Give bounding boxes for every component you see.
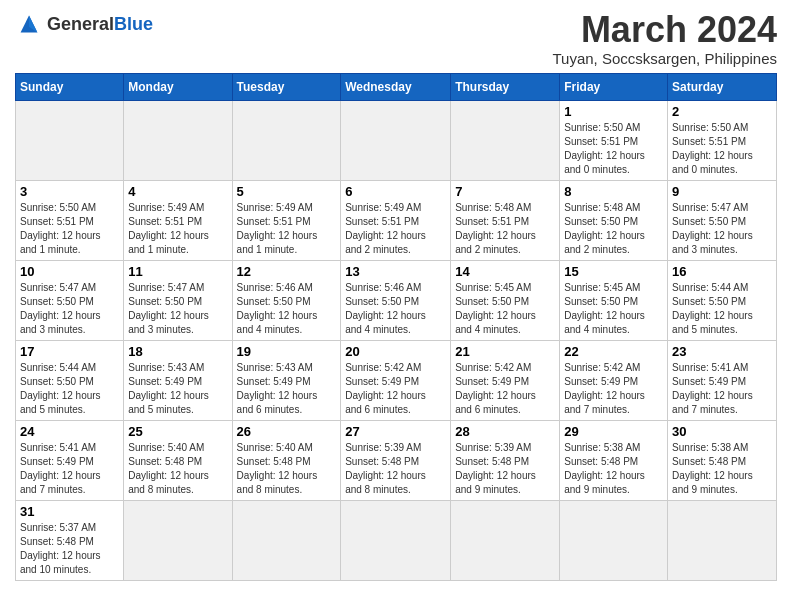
calendar-day-cell: 27Sunrise: 5:39 AM Sunset: 5:48 PM Dayli… (341, 420, 451, 500)
calendar-day-cell: 15Sunrise: 5:45 AM Sunset: 5:50 PM Dayli… (560, 260, 668, 340)
title-area: March 2024 Tuyan, Soccsksargen, Philippi… (552, 10, 777, 67)
calendar-day-cell (124, 500, 232, 580)
day-info: Sunrise: 5:43 AM Sunset: 5:49 PM Dayligh… (128, 361, 227, 417)
day-number: 31 (20, 504, 119, 519)
calendar-header-tuesday: Tuesday (232, 73, 341, 100)
day-number: 2 (672, 104, 772, 119)
day-info: Sunrise: 5:41 AM Sunset: 5:49 PM Dayligh… (672, 361, 772, 417)
calendar-day-cell: 4Sunrise: 5:49 AM Sunset: 5:51 PM Daylig… (124, 180, 232, 260)
logo: GeneralBlue (15, 10, 153, 38)
logo-text: GeneralBlue (47, 15, 153, 33)
calendar-day-cell (232, 100, 341, 180)
day-info: Sunrise: 5:39 AM Sunset: 5:48 PM Dayligh… (455, 441, 555, 497)
day-number: 28 (455, 424, 555, 439)
day-info: Sunrise: 5:50 AM Sunset: 5:51 PM Dayligh… (564, 121, 663, 177)
day-number: 29 (564, 424, 663, 439)
calendar-day-cell: 16Sunrise: 5:44 AM Sunset: 5:50 PM Dayli… (668, 260, 777, 340)
day-number: 12 (237, 264, 337, 279)
day-number: 13 (345, 264, 446, 279)
day-number: 8 (564, 184, 663, 199)
day-number: 23 (672, 344, 772, 359)
day-info: Sunrise: 5:38 AM Sunset: 5:48 PM Dayligh… (564, 441, 663, 497)
calendar-day-cell: 30Sunrise: 5:38 AM Sunset: 5:48 PM Dayli… (668, 420, 777, 500)
day-info: Sunrise: 5:46 AM Sunset: 5:50 PM Dayligh… (237, 281, 337, 337)
day-number: 6 (345, 184, 446, 199)
calendar-day-cell (16, 100, 124, 180)
day-info: Sunrise: 5:44 AM Sunset: 5:50 PM Dayligh… (20, 361, 119, 417)
calendar-day-cell: 18Sunrise: 5:43 AM Sunset: 5:49 PM Dayli… (124, 340, 232, 420)
day-number: 3 (20, 184, 119, 199)
calendar-day-cell: 29Sunrise: 5:38 AM Sunset: 5:48 PM Dayli… (560, 420, 668, 500)
calendar-header-row: SundayMondayTuesdayWednesdayThursdayFrid… (16, 73, 777, 100)
day-info: Sunrise: 5:50 AM Sunset: 5:51 PM Dayligh… (20, 201, 119, 257)
day-info: Sunrise: 5:45 AM Sunset: 5:50 PM Dayligh… (564, 281, 663, 337)
location-title: Tuyan, Soccsksargen, Philippines (552, 50, 777, 67)
calendar-week-row: 24Sunrise: 5:41 AM Sunset: 5:49 PM Dayli… (16, 420, 777, 500)
day-info: Sunrise: 5:48 AM Sunset: 5:50 PM Dayligh… (564, 201, 663, 257)
calendar-day-cell: 13Sunrise: 5:46 AM Sunset: 5:50 PM Dayli… (341, 260, 451, 340)
calendar-day-cell: 2Sunrise: 5:50 AM Sunset: 5:51 PM Daylig… (668, 100, 777, 180)
day-info: Sunrise: 5:49 AM Sunset: 5:51 PM Dayligh… (345, 201, 446, 257)
day-info: Sunrise: 5:44 AM Sunset: 5:50 PM Dayligh… (672, 281, 772, 337)
day-number: 25 (128, 424, 227, 439)
calendar-day-cell (232, 500, 341, 580)
day-info: Sunrise: 5:47 AM Sunset: 5:50 PM Dayligh… (672, 201, 772, 257)
calendar-day-cell: 22Sunrise: 5:42 AM Sunset: 5:49 PM Dayli… (560, 340, 668, 420)
calendar-day-cell: 1Sunrise: 5:50 AM Sunset: 5:51 PM Daylig… (560, 100, 668, 180)
calendar-day-cell: 31Sunrise: 5:37 AM Sunset: 5:48 PM Dayli… (16, 500, 124, 580)
calendar-day-cell: 17Sunrise: 5:44 AM Sunset: 5:50 PM Dayli… (16, 340, 124, 420)
day-number: 18 (128, 344, 227, 359)
calendar-header-friday: Friday (560, 73, 668, 100)
day-info: Sunrise: 5:37 AM Sunset: 5:48 PM Dayligh… (20, 521, 119, 577)
generalblue-logo-icon (15, 10, 43, 38)
day-info: Sunrise: 5:41 AM Sunset: 5:49 PM Dayligh… (20, 441, 119, 497)
calendar-day-cell (668, 500, 777, 580)
calendar-day-cell: 19Sunrise: 5:43 AM Sunset: 5:49 PM Dayli… (232, 340, 341, 420)
day-number: 1 (564, 104, 663, 119)
day-info: Sunrise: 5:42 AM Sunset: 5:49 PM Dayligh… (455, 361, 555, 417)
day-number: 10 (20, 264, 119, 279)
calendar-day-cell: 7Sunrise: 5:48 AM Sunset: 5:51 PM Daylig… (451, 180, 560, 260)
calendar-day-cell: 20Sunrise: 5:42 AM Sunset: 5:49 PM Dayli… (341, 340, 451, 420)
calendar-header-monday: Monday (124, 73, 232, 100)
day-number: 30 (672, 424, 772, 439)
calendar-header-sunday: Sunday (16, 73, 124, 100)
day-number: 17 (20, 344, 119, 359)
calendar-day-cell: 5Sunrise: 5:49 AM Sunset: 5:51 PM Daylig… (232, 180, 341, 260)
day-info: Sunrise: 5:50 AM Sunset: 5:51 PM Dayligh… (672, 121, 772, 177)
calendar-day-cell: 6Sunrise: 5:49 AM Sunset: 5:51 PM Daylig… (341, 180, 451, 260)
day-info: Sunrise: 5:43 AM Sunset: 5:49 PM Dayligh… (237, 361, 337, 417)
day-number: 27 (345, 424, 446, 439)
day-number: 14 (455, 264, 555, 279)
day-number: 4 (128, 184, 227, 199)
calendar-day-cell: 21Sunrise: 5:42 AM Sunset: 5:49 PM Dayli… (451, 340, 560, 420)
calendar-day-cell: 14Sunrise: 5:45 AM Sunset: 5:50 PM Dayli… (451, 260, 560, 340)
calendar-day-cell: 26Sunrise: 5:40 AM Sunset: 5:48 PM Dayli… (232, 420, 341, 500)
day-number: 19 (237, 344, 337, 359)
day-info: Sunrise: 5:46 AM Sunset: 5:50 PM Dayligh… (345, 281, 446, 337)
day-info: Sunrise: 5:49 AM Sunset: 5:51 PM Dayligh… (237, 201, 337, 257)
calendar-day-cell: 24Sunrise: 5:41 AM Sunset: 5:49 PM Dayli… (16, 420, 124, 500)
day-info: Sunrise: 5:47 AM Sunset: 5:50 PM Dayligh… (20, 281, 119, 337)
day-number: 24 (20, 424, 119, 439)
calendar-week-row: 3Sunrise: 5:50 AM Sunset: 5:51 PM Daylig… (16, 180, 777, 260)
calendar-day-cell: 28Sunrise: 5:39 AM Sunset: 5:48 PM Dayli… (451, 420, 560, 500)
calendar-day-cell (341, 100, 451, 180)
day-info: Sunrise: 5:49 AM Sunset: 5:51 PM Dayligh… (128, 201, 227, 257)
day-number: 9 (672, 184, 772, 199)
calendar-week-row: 17Sunrise: 5:44 AM Sunset: 5:50 PM Dayli… (16, 340, 777, 420)
calendar-day-cell: 11Sunrise: 5:47 AM Sunset: 5:50 PM Dayli… (124, 260, 232, 340)
day-info: Sunrise: 5:48 AM Sunset: 5:51 PM Dayligh… (455, 201, 555, 257)
calendar-day-cell: 10Sunrise: 5:47 AM Sunset: 5:50 PM Dayli… (16, 260, 124, 340)
calendar-day-cell (560, 500, 668, 580)
calendar-day-cell: 23Sunrise: 5:41 AM Sunset: 5:49 PM Dayli… (668, 340, 777, 420)
calendar-day-cell: 12Sunrise: 5:46 AM Sunset: 5:50 PM Dayli… (232, 260, 341, 340)
calendar-table: SundayMondayTuesdayWednesdayThursdayFrid… (15, 73, 777, 581)
calendar-header-saturday: Saturday (668, 73, 777, 100)
day-number: 16 (672, 264, 772, 279)
day-info: Sunrise: 5:40 AM Sunset: 5:48 PM Dayligh… (237, 441, 337, 497)
calendar-day-cell (451, 100, 560, 180)
day-info: Sunrise: 5:40 AM Sunset: 5:48 PM Dayligh… (128, 441, 227, 497)
day-number: 11 (128, 264, 227, 279)
day-info: Sunrise: 5:38 AM Sunset: 5:48 PM Dayligh… (672, 441, 772, 497)
